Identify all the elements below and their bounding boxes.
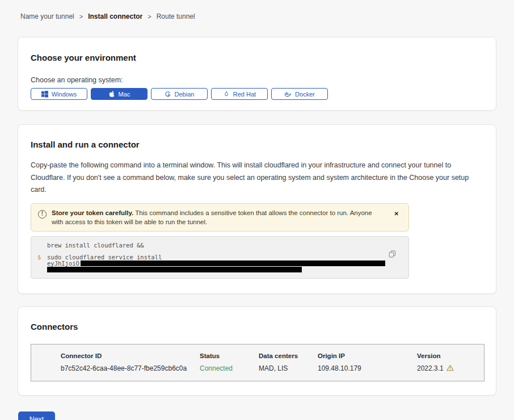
environment-card: Choose your environment Choose an operat… — [18, 37, 496, 111]
code-line-token: eyJhIjoiO — [47, 261, 408, 267]
breadcrumb-separator: > — [79, 13, 83, 20]
os-button-windows[interactable]: Windows — [31, 88, 87, 100]
origin-ip-value: 109.48.10.179 — [318, 364, 417, 373]
redhat-icon — [223, 90, 230, 98]
breadcrumb: Name your tunnel > Install connector > R… — [0, 0, 514, 20]
debian-icon — [165, 91, 171, 98]
status-badge: Connected — [200, 364, 259, 373]
breadcrumb-name-your-tunnel[interactable]: Name your tunnel — [20, 12, 74, 20]
os-button-redhat[interactable]: Red Hat — [211, 88, 268, 100]
environment-card-title: Choose your environment — [31, 53, 483, 62]
connectors-table-header: Connector ID Status Data centers Origin … — [61, 352, 484, 359]
column-header-connector-id: Connector ID — [61, 352, 200, 359]
os-button-docker[interactable]: Docker — [271, 88, 328, 100]
version-value: 2022.3.1 — [417, 364, 484, 373]
breadcrumb-route-tunnel[interactable]: Route tunnel — [157, 12, 195, 20]
next-button[interactable]: Next — [18, 411, 55, 420]
data-centers-value: MAD, LIS — [259, 364, 318, 373]
copy-icon[interactable] — [387, 249, 397, 261]
windows-icon — [41, 91, 48, 98]
breadcrumb-separator: > — [148, 13, 151, 20]
apple-icon — [108, 90, 115, 98]
os-button-label: Docker — [295, 91, 315, 98]
token-warning-title: Store your token carefully. — [52, 209, 133, 216]
table-row: b7c52c42-6caa-48ee-8c77-fbe259cb6c0a Con… — [61, 364, 484, 373]
os-button-label: Red Hat — [233, 91, 256, 98]
install-card-description: Copy-paste the following command into a … — [31, 159, 480, 196]
os-button-debian[interactable]: Debian — [151, 88, 208, 100]
column-header-data-centers: Data centers — [259, 352, 318, 359]
os-button-mac[interactable]: Mac — [91, 88, 148, 100]
connector-id-value: b7c52c42-6caa-48ee-8c77-fbe259cb6c0a — [61, 364, 200, 373]
os-button-label: Debian — [175, 91, 195, 98]
warning-circle-icon: ! — [38, 210, 47, 219]
os-button-label: Windows — [52, 91, 77, 98]
code-line-service-install: sudo cloudflared service install — [47, 254, 408, 261]
code-line-brew: brew install cloudflared && — [47, 242, 408, 249]
redacted-token-bar — [81, 261, 385, 266]
column-header-origin-ip: Origin IP — [318, 352, 417, 359]
install-command-code-block: $ brew install cloudflared && sudo cloud… — [31, 236, 409, 279]
column-header-version: Version — [417, 352, 484, 359]
breadcrumb-install-connector[interactable]: Install connector — [88, 12, 142, 20]
install-connector-card: Install and run a connector Copy-paste t… — [18, 124, 496, 294]
warning-triangle-icon — [446, 364, 454, 373]
shell-prompt: $ — [37, 254, 41, 261]
os-button-row: Windows Mac Debian — [31, 88, 483, 100]
token-warning-text: Store your token carefully. This command… — [52, 208, 384, 226]
os-select-label: Choose an operating system: — [31, 76, 483, 84]
token-warning-banner: ! Store your token carefully. This comma… — [31, 203, 409, 232]
close-icon[interactable]: ✕ — [393, 210, 400, 218]
connectors-table: Connector ID Status Data centers Origin … — [31, 344, 484, 381]
redacted-token-bar — [47, 267, 302, 272]
docker-icon — [284, 91, 292, 97]
code-line-token-continued — [47, 267, 408, 273]
column-header-status: Status — [200, 352, 259, 359]
connectors-card-title: Connectors — [31, 322, 483, 331]
install-card-title: Install and run a connector — [31, 140, 479, 149]
os-button-label: Mac — [119, 91, 130, 98]
connectors-card: Connectors Connector ID Status Data cent… — [18, 306, 496, 396]
